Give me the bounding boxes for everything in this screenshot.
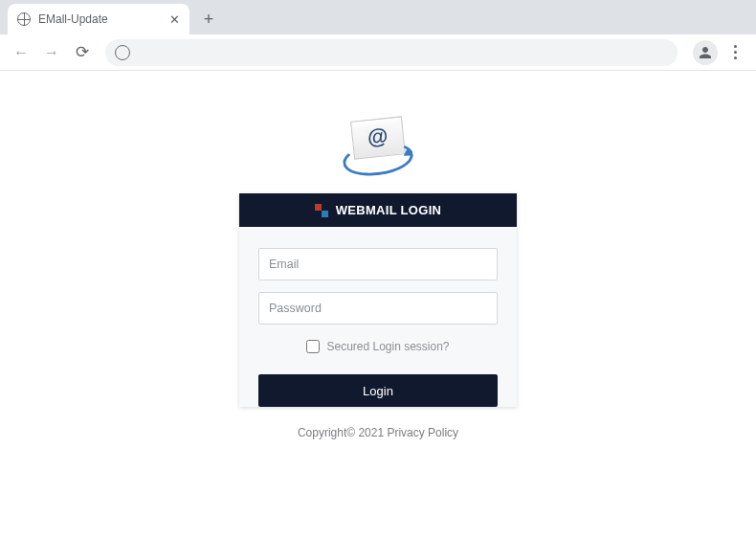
browser-tab[interactable]: EMall-Update ✕ [8, 4, 189, 34]
login-button[interactable]: Login [258, 374, 498, 407]
reload-button[interactable] [69, 39, 96, 66]
back-button[interactable] [8, 39, 34, 66]
close-tab-button[interactable]: ✕ [169, 12, 180, 27]
secured-session-label: Secured Login session? [326, 340, 449, 353]
globe-icon [17, 12, 31, 26]
browser-toolbar [0, 34, 756, 71]
login-card: WEBMAIL LOGIN Secured Login session? Log… [239, 193, 517, 407]
page-content: @ WEBMAIL LOGIN Secured Login session? L… [0, 71, 756, 538]
profile-button[interactable] [693, 40, 718, 65]
forward-button[interactable] [38, 39, 65, 66]
footer-text: Copyright© 2021 Privacy Policy [0, 426, 756, 439]
address-bar[interactable] [105, 39, 678, 66]
new-tab-button[interactable]: + [195, 6, 222, 33]
kebab-icon [734, 45, 737, 59]
email-field[interactable] [258, 248, 498, 280]
browser-menu-button[interactable] [722, 45, 748, 59]
login-form: Secured Login session? [239, 227, 517, 374]
secured-session-row[interactable]: Secured Login session? [258, 340, 498, 353]
password-field[interactable] [258, 292, 498, 325]
tab-title: EMall-Update [38, 12, 108, 26]
webmail-icon [315, 204, 328, 217]
globe-icon [115, 45, 130, 60]
mail-logo-icon: @ [341, 113, 415, 178]
login-header-text: WEBMAIL LOGIN [336, 203, 442, 217]
secured-session-checkbox[interactable] [306, 340, 320, 353]
tab-strip: EMall-Update ✕ + [0, 0, 756, 34]
logo-container: @ [0, 113, 756, 178]
login-header: WEBMAIL LOGIN [239, 193, 517, 227]
person-icon [697, 44, 714, 61]
